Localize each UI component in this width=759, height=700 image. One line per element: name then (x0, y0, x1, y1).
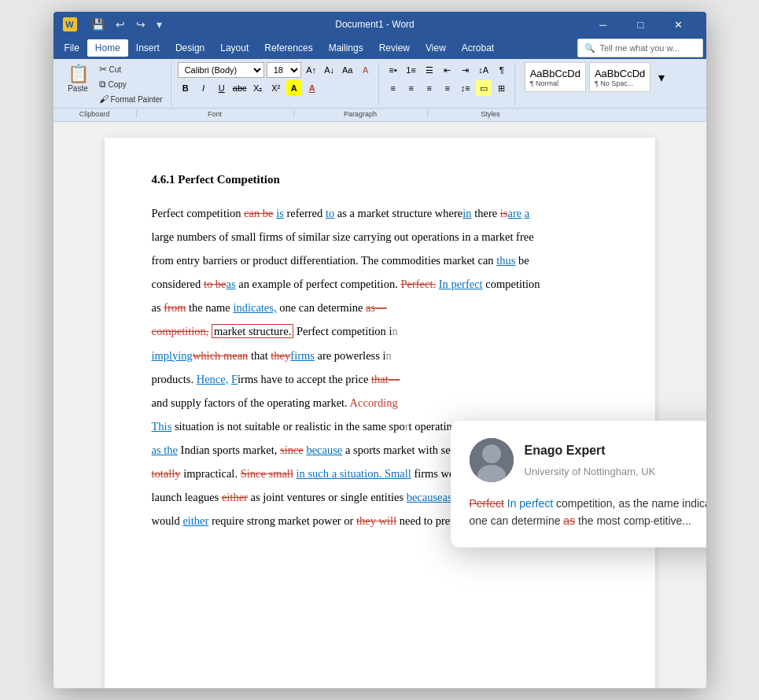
align-right-button[interactable]: ≡ (422, 80, 437, 96)
cut-icon: ✂ (99, 64, 107, 75)
del-they: they (271, 349, 290, 362)
tell-me-text: Tell me what you w... (600, 43, 680, 53)
ins-this: This (152, 420, 172, 433)
clear-format-button[interactable]: A (358, 62, 374, 78)
para-4: considered to beas an example of perfect… (152, 274, 608, 294)
card-del-as: as (563, 514, 575, 527)
underline-button[interactable]: U (214, 80, 230, 96)
ins-indicates: indicates, (233, 301, 276, 314)
justify-button[interactable]: ≡ (440, 80, 455, 96)
font-controls: Calibri (Body) 18 A↑ A↓ Aa A B I U (178, 62, 374, 96)
menu-insert[interactable]: Insert (128, 39, 168, 57)
line-spacing-button[interactable]: ↕≡ (458, 80, 473, 96)
maximize-button[interactable]: □ (623, 12, 659, 37)
styles-label: Styles (428, 110, 554, 118)
bullets-button[interactable]: ≡• (385, 62, 401, 78)
italic-button[interactable]: I (196, 80, 212, 96)
paragraph-controls: ≡• 1≡ ☰ ⇤ ⇥ ↕A ¶ ≡ ≡ ≡ ≡ ↕≡ ▭ (385, 62, 510, 96)
decrease-indent-button[interactable]: ⇤ (440, 62, 455, 78)
strikethrough-button[interactable]: abc (232, 80, 248, 96)
copy-button[interactable]: ⧉ Copy (96, 77, 166, 91)
styles-more-button[interactable]: ▾ (654, 69, 669, 85)
format-painter-icon: 🖌 (99, 94, 109, 105)
font-name-select[interactable]: Calibri (Body) (178, 62, 264, 78)
expert-info: Enago Expert University of Nottingham, U… (525, 440, 706, 481)
menu-view[interactable]: View (418, 39, 454, 57)
tell-me-bar[interactable]: 🔍 Tell me what you w... (577, 39, 703, 57)
ins-a: a (525, 207, 529, 219)
menu-acrobat[interactable]: Acrobat (454, 39, 502, 57)
style-no-spacing[interactable]: AaBbCcDd ¶ No Spac... (589, 62, 650, 92)
menu-bar: File Home Insert Design Layout Reference… (53, 37, 706, 59)
del-from: from (164, 301, 186, 314)
align-center-button[interactable]: ≡ (403, 80, 419, 96)
change-case-button[interactable]: Aa (340, 62, 356, 78)
menu-design[interactable]: Design (168, 39, 212, 57)
ins-in-perfect: In perfect (439, 278, 483, 290)
menu-file[interactable]: File (57, 39, 87, 57)
para-6: competition, market structure. Perfect c… (152, 321, 608, 341)
font-size-select[interactable]: 18 (267, 62, 301, 78)
menu-layout[interactable]: Layout (212, 39, 256, 57)
ins-is: is (276, 207, 284, 219)
del-that: that— (371, 373, 400, 385)
font-color-button[interactable]: A (304, 80, 320, 96)
expert-header: Enago Expert University of Nottingham, U… (470, 438, 706, 482)
borders-button[interactable]: ⊞ (494, 80, 510, 96)
text-highlight-button[interactable]: A (286, 80, 302, 96)
ins-are: are (507, 207, 521, 219)
clipboard-small-buttons: ✂ Cut ⧉ Copy 🖌 Format Painter (96, 62, 166, 106)
paste-icon: 📋 (68, 65, 89, 83)
copy-label: Copy (109, 80, 127, 89)
subscript-button[interactable]: X₂ (250, 80, 266, 96)
paste-button[interactable]: 📋 Paste (63, 62, 94, 96)
close-button[interactable]: ✕ (661, 12, 697, 37)
multilevel-button[interactable]: ☰ (422, 62, 437, 78)
style-normal[interactable]: AaBbCcDd ¶ Normal (525, 62, 586, 92)
align-left-button[interactable]: ≡ (385, 80, 401, 96)
copy-icon: ⧉ (99, 79, 106, 90)
customize-button[interactable]: ▾ (153, 18, 165, 31)
menu-references[interactable]: References (256, 39, 320, 57)
ins-in-such-situation: in such a situation. Small (297, 467, 411, 480)
ribbon-toolbar: 📋 Paste ✂ Cut ⧉ Copy 🖌 Format Painter (53, 59, 706, 108)
para-row-1: ≡• 1≡ ☰ ⇤ ⇥ ↕A ¶ (385, 62, 510, 78)
redo-button[interactable]: ↪ (133, 18, 149, 31)
del-can-be: can be (244, 207, 273, 219)
ins-firms: firms (290, 349, 315, 362)
del-competition: competition, (152, 325, 209, 337)
cut-label: Cut (109, 65, 122, 74)
minimize-button[interactable]: ─ (585, 12, 621, 37)
para-3: from entry barriers or product different… (152, 250, 608, 271)
app-icon: W (63, 17, 77, 31)
font-row-1: Calibri (Body) 18 A↑ A↓ Aa A (178, 62, 374, 78)
expert-name: Enago Expert (525, 440, 706, 462)
grow-font-button[interactable]: A↑ (304, 62, 319, 78)
doc-area[interactable]: 4.6.1 Perfect Competition Perfect compet… (53, 122, 706, 688)
clipboard-group: 📋 Paste ✂ Cut ⧉ Copy 🖌 Format Painter (58, 62, 171, 106)
increase-indent-button[interactable]: ⇥ (458, 62, 473, 78)
para-8: products. Hence, Firms have to accept th… (152, 369, 608, 389)
styles-group: AaBbCcDd ¶ Normal AaBbCcDd ¶ No Spac... … (517, 62, 678, 106)
menu-review[interactable]: Review (371, 39, 418, 57)
menu-mailings[interactable]: Mailings (321, 39, 371, 57)
superscript-button[interactable]: X² (268, 80, 284, 96)
undo-button[interactable]: ↩ (112, 18, 128, 31)
show-formatting-button[interactable]: ¶ (494, 62, 510, 78)
save-button[interactable]: 💾 (88, 18, 108, 31)
shading-button[interactable]: ▭ (476, 80, 492, 96)
menu-home[interactable]: Home (87, 39, 128, 57)
numbering-button[interactable]: 1≡ (403, 62, 419, 78)
del-as-mark: as— (366, 301, 387, 314)
format-painter-button[interactable]: 🖌 Format Painter (96, 92, 166, 106)
cut-button[interactable]: ✂ Cut (96, 62, 166, 76)
bold-button[interactable]: B (178, 80, 193, 96)
para-7: implyingwhich mean that theyfirms are po… (152, 345, 608, 366)
card-ins-in-perfect: In perfect (507, 497, 553, 510)
styles-area: AaBbCcDd ¶ Normal AaBbCcDd ¶ No Spac... … (521, 62, 673, 92)
sort-button[interactable]: ↕A (476, 62, 492, 78)
title-controls: 💾 ↩ ↪ ▾ (88, 18, 165, 31)
shrink-font-button[interactable]: A↓ (322, 62, 337, 78)
ins-as: as (227, 278, 236, 290)
expert-text: Perfect In perfect competition, as the n… (470, 495, 706, 530)
